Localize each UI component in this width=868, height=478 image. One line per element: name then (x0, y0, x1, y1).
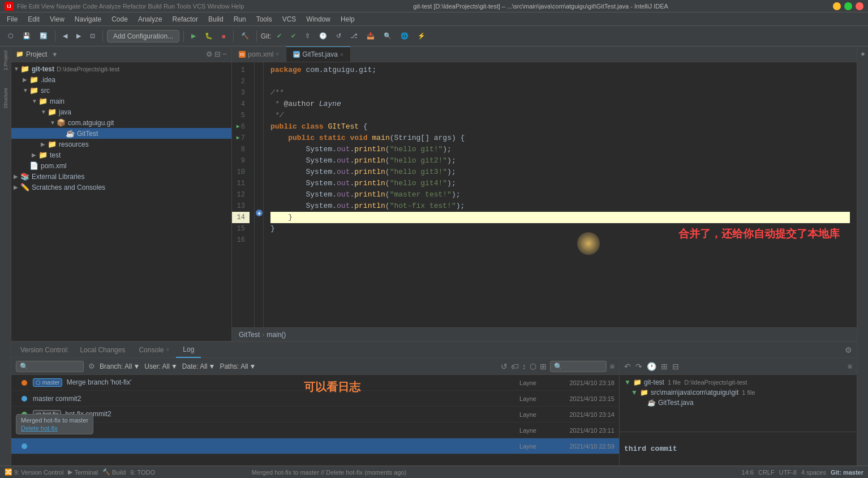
delete-hotfix-link[interactable]: Delete hot-fix (21, 425, 88, 432)
detail-root[interactable]: ▼ 📁 git-test 1 file D:\IdeaProjects\git-… (620, 377, 857, 387)
git-translate-button[interactable]: 🌐 (397, 31, 412, 41)
menu-vcs[interactable]: VCS (278, 14, 301, 24)
menu-view[interactable]: View (45, 14, 69, 24)
log-action-5[interactable]: ⊞ (540, 362, 547, 371)
menu-run[interactable]: Run (229, 14, 251, 24)
paths-filter[interactable]: Paths: All ▼ (220, 362, 256, 370)
settings-icon[interactable]: ⊟ (214, 50, 221, 58)
position-indicator[interactable]: 14:6 (742, 469, 754, 476)
git-revert-button[interactable]: ↺ (333, 31, 345, 41)
status-todo-button[interactable]: 6: TODO (130, 469, 155, 476)
branch-filter[interactable]: Branch: All ▼ (100, 362, 140, 370)
save-button[interactable]: 💾 (19, 31, 34, 41)
minimize-panel-icon[interactable]: − (222, 50, 227, 58)
log-entry-0[interactable]: ⬡ master Merge branch 'hot-fix' Layne 20… (11, 375, 619, 391)
tab-console-close[interactable]: × (166, 347, 169, 353)
sync-button[interactable]: 🔄 (36, 31, 51, 41)
build-project-button[interactable]: 🔨 (238, 31, 252, 41)
indent-indicator[interactable]: 4 spaces (801, 469, 826, 476)
menu-edit[interactable]: Edit (23, 14, 44, 24)
menu-tools[interactable]: Tools (252, 14, 277, 24)
menu-navigate[interactable]: Navigate (70, 14, 106, 24)
detail-file[interactable]: ▶ ☕ GitTest.java (620, 398, 857, 408)
tab-console[interactable]: Console × (132, 342, 176, 358)
tree-test[interactable]: ▶ 📁 test (11, 150, 231, 160)
minimize-button[interactable] (833, 2, 841, 10)
status-vc-button[interactable]: 🔀 9: Version Control (5, 468, 63, 476)
git-branch-indicator[interactable]: Git: master (831, 469, 863, 476)
menu-help[interactable]: Help (336, 14, 359, 24)
git-extra-button[interactable]: ⚡ (414, 31, 429, 41)
nav-back-button[interactable]: ◀ (59, 31, 71, 41)
menu-window[interactable]: Window (302, 14, 335, 24)
crlf-indicator[interactable]: CRLF (758, 469, 775, 476)
date-filter[interactable]: Date: All ▼ (182, 362, 216, 370)
tree-package[interactable]: ▼ 📦 com.atguigu.git (11, 117, 231, 128)
favorites-icon[interactable]: ★ (858, 49, 867, 59)
detail-icon-1[interactable]: ↶ (624, 362, 631, 371)
menu-build[interactable]: Build (204, 14, 228, 24)
git-history-button[interactable]: 🕐 (316, 31, 330, 41)
log-action-2[interactable]: 🏷 (511, 362, 519, 371)
tree-external-libs[interactable]: ▶ 📚 External Libraries (11, 171, 231, 182)
git-search-button[interactable]: 🔍 (380, 31, 395, 41)
menu-code[interactable]: Code (107, 14, 132, 24)
git-fetch-button[interactable]: 📥 (363, 31, 378, 41)
tab-pom[interactable]: m pom.xml × (232, 46, 286, 62)
menu-file[interactable]: File (2, 14, 22, 24)
status-build-button[interactable]: 🔨 Build (102, 468, 126, 476)
detail-icon-2[interactable]: ↷ (635, 362, 642, 371)
log-entry-1[interactable]: master commit2 Layne 2021/4/10 23:15 (11, 391, 619, 407)
stop-button[interactable]: ■ (218, 31, 229, 41)
menu-analyze[interactable]: Analyze (134, 14, 167, 24)
tree-main[interactable]: ▼ 📁 main (11, 96, 231, 106)
log-action-4[interactable]: ⬡ (530, 362, 536, 371)
git-branch-button[interactable]: ⎇ (347, 31, 361, 41)
go-back-button[interactable]: ⬡ (5, 31, 17, 41)
tree-java[interactable]: ▼ 📁 java (11, 106, 231, 117)
tree-idea[interactable]: ▶ 📁 .idea (11, 74, 231, 85)
log-entry-4[interactable]: Layne 2021/4/10 22:59 (11, 438, 619, 454)
tab-pom-close[interactable]: × (276, 51, 279, 57)
detail-icon-4[interactable]: ⊞ (661, 362, 668, 371)
tab-log[interactable]: Log (176, 342, 201, 358)
git-check-button[interactable]: ✔ (273, 31, 285, 41)
code-content[interactable]: package com.atguigu.git; /** * @author L… (264, 62, 857, 327)
log-search-input[interactable] (16, 361, 84, 372)
maximize-button[interactable] (844, 2, 852, 10)
log-entry-3[interactable]: Layne 2021/4/10 23:11 (11, 422, 619, 438)
tree-scratches[interactable]: ▶ ✏️ Scratches and Consoles (11, 182, 231, 193)
tab-gittest[interactable]: ☕ GitTest.java × (286, 46, 351, 62)
detail-icon-5[interactable]: ⊟ (672, 362, 679, 371)
tree-root[interactable]: ▼ 📁 git-test D:\IdeaProjects\git-test (11, 63, 231, 74)
detail-settings-icon[interactable]: ≡ (848, 362, 852, 371)
structure-icon[interactable]: Structure (1, 86, 10, 110)
log-action-3[interactable]: ↕ (522, 362, 526, 371)
status-terminal-button[interactable]: ▶ Terminal (68, 468, 98, 476)
project-icon[interactable]: 1:Project (1, 49, 10, 72)
git-tick-button[interactable]: ✔ (287, 31, 299, 41)
log-action-1[interactable]: ↺ (501, 362, 508, 371)
bottom-settings-icon[interactable]: ⚙ (845, 345, 852, 355)
log-entry-2[interactable]: 🏷 hot-fix hot-fix commit2 Layne 2021/4/1… (11, 407, 619, 422)
tree-src[interactable]: ▼ 📁 src (11, 85, 231, 96)
git-push-button[interactable]: ⇧ (302, 31, 313, 41)
user-filter[interactable]: User: All ▼ (144, 362, 178, 370)
add-configuration-button[interactable]: Add Configuration... (107, 30, 179, 42)
tree-gittest[interactable]: ▶ ☕ GitTest (11, 128, 231, 139)
tree-resources[interactable]: ▶ 📁 resources (11, 139, 231, 150)
log-expand-icon[interactable]: ≡ (610, 362, 615, 371)
tree-pom[interactable]: ▶ 📄 pom.xml (11, 160, 231, 171)
detail-child[interactable]: ▼ 📁 src\main\java\com\atguigu\git 1 file (620, 387, 857, 398)
detail-icon-3[interactable]: 🕐 (647, 362, 656, 371)
tab-local-changes[interactable]: Local Changes (73, 342, 132, 358)
run-button[interactable]: ▶ (188, 31, 199, 41)
gear-icon[interactable]: ⚙ (206, 50, 213, 58)
nav-forward-button[interactable]: ▶ (73, 31, 84, 41)
encoding-indicator[interactable]: UTF-8 (779, 469, 797, 476)
log-search-right[interactable] (550, 361, 607, 372)
debug-button[interactable]: 🐛 (201, 31, 216, 41)
close-button[interactable] (856, 2, 863, 10)
recent-files-button[interactable]: ⊡ (87, 31, 98, 41)
menu-refactor[interactable]: Refactor (168, 14, 203, 24)
